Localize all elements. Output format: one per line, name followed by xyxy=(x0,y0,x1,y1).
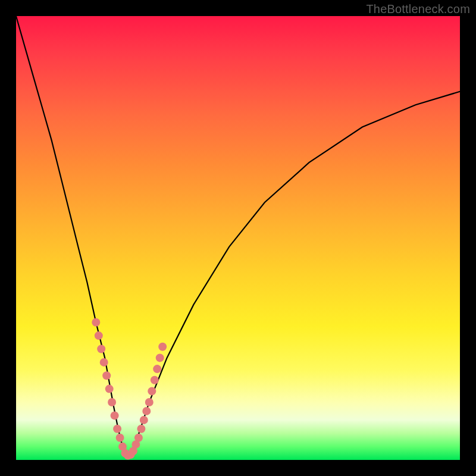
bead xyxy=(113,425,121,433)
highlight-beads xyxy=(92,318,167,460)
bead xyxy=(92,318,100,327)
bead xyxy=(111,411,119,419)
chart-frame: TheBottleneck.com xyxy=(0,0,476,476)
bead xyxy=(137,425,145,433)
bead xyxy=(153,365,161,373)
bead xyxy=(151,376,159,384)
bead xyxy=(145,398,154,406)
bead xyxy=(140,416,148,424)
bead xyxy=(142,407,151,415)
bead xyxy=(156,353,164,362)
watermark-text: TheBottleneck.com xyxy=(366,2,470,16)
bead xyxy=(116,434,124,442)
bead xyxy=(134,434,143,442)
bottleneck-curve xyxy=(16,16,460,456)
bead xyxy=(95,331,103,340)
bead xyxy=(102,371,111,380)
bead xyxy=(158,343,167,351)
bead xyxy=(148,387,156,395)
bottleneck-curve-path xyxy=(16,16,460,456)
curve-svg xyxy=(16,16,460,460)
bead xyxy=(108,398,116,406)
plot-area xyxy=(16,16,460,460)
bead xyxy=(100,358,108,367)
bead xyxy=(105,385,114,393)
bead xyxy=(97,345,105,353)
